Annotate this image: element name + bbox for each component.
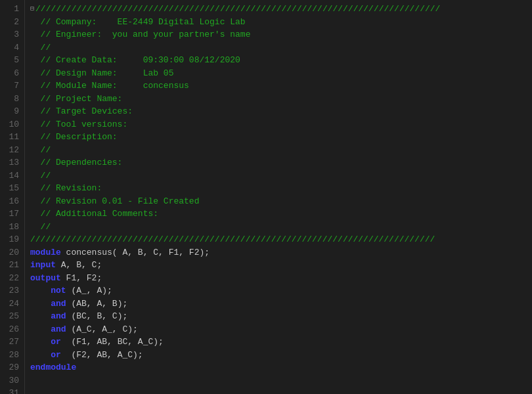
normal-text: (AB, A, B); <box>66 297 128 311</box>
code-line: // Module Name: concensus <box>30 79 527 93</box>
code-line: and (A_C, A_, C); <box>30 323 527 336</box>
keyword-text: and <box>51 297 66 311</box>
comment-text: // Engineer: you and your partner's name <box>30 28 250 41</box>
keyword-text: or <box>51 349 61 362</box>
line-number: 20 <box>5 246 19 259</box>
line-number: 27 <box>5 336 19 349</box>
comment-text: ////////////////////////////////////////… <box>30 233 435 246</box>
line-number: 18 <box>5 221 19 234</box>
code-line: and (AB, A, B); <box>30 297 527 311</box>
line-number: 12 <box>5 144 19 157</box>
code-line: // Design Name: Lab 05 <box>30 67 527 80</box>
line-number: 22 <box>5 272 19 285</box>
code-line: // <box>30 41 527 55</box>
code-line: // <box>30 169 527 183</box>
line-number: 3 <box>5 28 19 41</box>
line-number: 21 <box>5 259 19 272</box>
code-line: ////////////////////////////////////////… <box>30 233 527 246</box>
comment-text: // Dependencies: <box>30 156 122 169</box>
code-line: // Additional Comments: <box>30 208 527 221</box>
comment-text: // <box>30 221 51 234</box>
line-number: 4 <box>5 41 19 55</box>
normal-text <box>30 284 51 297</box>
code-line: // <box>30 221 527 234</box>
comment-text: // <box>30 169 51 183</box>
normal-text <box>30 349 51 362</box>
comment-text: // Revision: <box>30 182 102 195</box>
code-line: input A, B, C; <box>30 259 527 272</box>
comment-text: ////////////////////////////////////////… <box>35 3 440 16</box>
normal-text <box>30 323 51 336</box>
normal-text: A, B, C; <box>56 259 102 272</box>
code-line: and (BC, B, C); <box>30 310 527 323</box>
keyword-text: and <box>51 323 66 336</box>
line-number: 6 <box>5 67 19 80</box>
line-number: 17 <box>5 208 19 221</box>
normal-text: F1, F2; <box>61 272 102 285</box>
code-content[interactable]: ⊟///////////////////////////////////////… <box>25 0 532 394</box>
line-number: 29 <box>5 361 19 374</box>
line-number: 19 <box>5 233 19 246</box>
code-line: // Dependencies: <box>30 156 527 169</box>
line-number: 11 <box>5 131 19 144</box>
code-line: module concensus( A, B, C, F1, F2); <box>30 246 527 259</box>
code-line: // Project Name: <box>30 93 527 106</box>
comment-text: // <box>30 41 51 55</box>
comment-text: // <box>30 144 51 157</box>
keyword-text: or <box>51 336 61 349</box>
comment-text: // Company: EE-2449 Digital Logic Lab <box>30 16 246 29</box>
line-number: 1 <box>5 3 19 16</box>
normal-text <box>30 297 51 311</box>
code-line: // Tool versions: <box>30 118 527 131</box>
code-line: // Create Data: 09:30:00 08/12/2020 <box>30 54 527 67</box>
line-number: 26 <box>5 323 19 336</box>
line-number: 10 <box>5 118 19 131</box>
line-number: 13 <box>5 156 19 169</box>
keyword-text: not <box>51 284 66 297</box>
fold-icon[interactable]: ⊟ <box>30 3 34 16</box>
normal-text <box>30 310 51 323</box>
comment-text: // Revision 0.01 - File Created <box>30 195 199 208</box>
code-line: endmodule <box>30 361 527 374</box>
comment-text: // Module Name: concensus <box>30 79 189 93</box>
line-number: 7 <box>5 79 19 93</box>
code-line: // Company: EE-2449 Digital Logic Lab <box>30 16 527 29</box>
comment-text: // Target Devices: <box>30 105 133 118</box>
comment-text: // Design Name: Lab 05 <box>30 67 173 80</box>
comment-text: // Additional Comments: <box>30 208 158 221</box>
keyword-text: module <box>30 246 61 259</box>
normal-text: (A_, A); <box>66 284 112 297</box>
code-line: // Revision: <box>30 182 527 195</box>
normal-text: concensus( A, B, C, F1, F2); <box>61 246 210 259</box>
code-line: // Revision 0.01 - File Created <box>30 195 527 208</box>
code-line: // Target Devices: <box>30 105 527 118</box>
code-line: or (F2, AB, A_C); <box>30 349 527 362</box>
line-number: 8 <box>5 93 19 106</box>
line-number: 31 <box>5 387 19 394</box>
line-number: 15 <box>5 182 19 195</box>
line-number: 16 <box>5 195 19 208</box>
normal-text: (BC, B, C); <box>66 310 128 323</box>
comment-text: // Description: <box>30 131 118 144</box>
keyword-text: and <box>51 310 66 323</box>
line-number: 25 <box>5 310 19 323</box>
line-number: 9 <box>5 105 19 118</box>
line-number: 5 <box>5 54 19 67</box>
normal-text: (F2, AB, A_C); <box>61 349 143 362</box>
comment-text: // Create Data: 09:30:00 08/12/2020 <box>30 54 240 67</box>
line-number: 2 <box>5 16 19 29</box>
normal-text: (F1, AB, BC, A_C); <box>61 336 164 349</box>
code-line: // Description: <box>30 131 527 144</box>
code-line: ⊟///////////////////////////////////////… <box>30 3 527 16</box>
comment-text: // Tool versions: <box>30 118 127 131</box>
comment-text: // Project Name: <box>30 93 122 106</box>
code-line: not (A_, A); <box>30 284 527 297</box>
code-line: // <box>30 144 527 157</box>
keyword-text: endmodule <box>30 361 76 374</box>
keyword-text: input <box>30 259 56 272</box>
line-number: 24 <box>5 297 19 311</box>
normal-text <box>30 336 51 349</box>
code-line: output F1, F2; <box>30 272 527 285</box>
line-number: 28 <box>5 349 19 362</box>
code-line: or (F1, AB, BC, A_C); <box>30 336 527 349</box>
